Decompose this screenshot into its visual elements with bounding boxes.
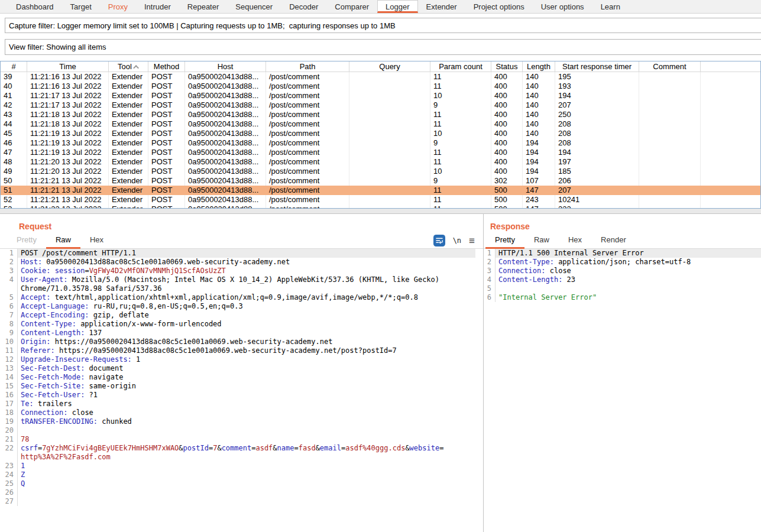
table-row-44[interactable]: 4411:21:18 13 Jul 2022ExtenderPOST0a9500… — [1, 119, 760, 129]
line-content: HTTP/1.1 500 Internal Server Error — [496, 249, 761, 258]
main-tab-extender[interactable]: Extender — [418, 0, 465, 13]
response-tab-raw[interactable]: Raw — [533, 233, 550, 248]
horizontal-splitter[interactable] — [0, 209, 761, 213]
table-cell: 0a9500020413d88... — [185, 91, 266, 100]
table-cell: 0a9500020413d88... — [185, 157, 266, 167]
column-header-comment[interactable]: Comment — [639, 61, 701, 72]
column-header-path[interactable]: Path — [266, 61, 349, 72]
column-header-status[interactable]: Status — [491, 61, 523, 72]
syntax-segment: asdf%40ggg.cds — [345, 444, 405, 452]
line-content: Host: 0a9500020413d88ac08c5c1e001a0069.w… — [18, 258, 475, 267]
syntax-segment: & — [273, 444, 277, 452]
table-row-42[interactable]: 4211:21:17 13 Jul 2022ExtenderPOST0a9500… — [1, 100, 760, 110]
syntax-segment: trailers — [34, 400, 72, 408]
request-tab-hex[interactable]: Hex — [89, 233, 105, 248]
line-number: 9 — [0, 329, 18, 338]
main-tab-target[interactable]: Target — [62, 0, 100, 13]
column-header-host[interactable]: Host — [185, 61, 266, 72]
view-filter-bar[interactable]: View filter: Showing all items — [5, 39, 761, 55]
table-row-51[interactable]: 5111:21:21 13 Jul 2022ExtenderPOST0a9500… — [1, 186, 760, 195]
syntax-segment: postId — [183, 444, 209, 452]
table-row-41[interactable]: 4111:21:17 13 Jul 2022ExtenderPOST0a9500… — [1, 91, 760, 100]
table-row-39[interactable]: 3911:21:16 13 Jul 2022ExtenderPOST0a9500… — [1, 72, 760, 82]
editor-line: 2Host: 0a9500020413d88ac08c5c1e001a0069.… — [0, 258, 483, 267]
table-row-40[interactable]: 4011:21:16 13 Jul 2022ExtenderPOST0a9500… — [1, 82, 760, 91]
table-cell: 44 — [1, 119, 27, 129]
syntax-segment: Origin: — [21, 338, 51, 346]
table-cell: 0a9500020413d88... — [185, 72, 266, 82]
line-number: 1 — [484, 249, 496, 258]
main-tab-proxy[interactable]: Proxy — [100, 0, 136, 13]
main-tab-sequencer[interactable]: Sequencer — [227, 0, 281, 13]
table-cell: 194 — [523, 157, 555, 167]
table-cell: 45 — [1, 129, 27, 138]
table-cell: Extender — [109, 148, 148, 157]
response-tab-render[interactable]: Render — [600, 233, 627, 248]
capture-filter-bar[interactable]: Capture filter: Logger memory limit set … — [5, 18, 761, 33]
main-tab-decoder[interactable]: Decoder — [281, 0, 326, 13]
table-row-43[interactable]: 4311:21:18 13 Jul 2022ExtenderPOST0a9500… — [1, 110, 760, 119]
view-filter-text: View filter: Showing all items — [9, 43, 106, 51]
editor-line: 13Sec-Fetch-Dest: document — [0, 364, 483, 373]
table-row-46[interactable]: 4611:21:19 13 Jul 2022ExtenderPOST0a9500… — [1, 138, 760, 148]
main-tab-learn[interactable]: Learn — [592, 0, 629, 13]
table-cell: 0a9500020413d88... — [185, 100, 266, 110]
table-row-50[interactable]: 5011:21:21 13 Jul 2022ExtenderPOST0a9500… — [1, 176, 760, 186]
request-tab-raw[interactable]: Raw — [54, 233, 72, 248]
response-tab-hex[interactable]: Hex — [567, 233, 583, 248]
column-header-time[interactable]: Time — [27, 61, 109, 72]
editor-menu-icon[interactable]: ≡ — [469, 236, 475, 246]
main-tab-project-options[interactable]: Project options — [465, 0, 533, 13]
table-cell: 194 — [523, 167, 555, 176]
response-tab-pretty[interactable]: Pretty — [494, 233, 516, 248]
main-tab-intruder[interactable]: Intruder — [136, 0, 179, 13]
editor-line: 4Content-Length: 23 — [484, 275, 761, 284]
table-row-52[interactable]: 5211:21:21 13 Jul 2022ExtenderPOST0a9500… — [1, 195, 760, 205]
syntax-segment: Content-Type: — [21, 320, 76, 328]
table-cell: 243 — [523, 195, 555, 205]
column-header--[interactable]: # — [1, 61, 27, 72]
editor-line: 26 — [0, 488, 483, 497]
logger-table[interactable]: #TimeToolMethodHostPathQueryParam countS… — [0, 61, 761, 209]
table-row-49[interactable]: 4911:21:20 13 Jul 2022ExtenderPOST0a9500… — [1, 167, 760, 176]
line-content — [18, 426, 475, 435]
table-cell: 400 — [491, 82, 523, 91]
editor-line: 231 — [0, 462, 483, 471]
table-cell: 39 — [1, 72, 27, 82]
line-number: 11 — [0, 346, 18, 355]
column-header-tool[interactable]: Tool — [109, 61, 148, 72]
table-row-48[interactable]: 4811:21:20 13 Jul 2022ExtenderPOST0a9500… — [1, 157, 760, 167]
table-cell — [349, 205, 430, 208]
main-tab-user-options[interactable]: User options — [533, 0, 592, 13]
main-tab-dashboard[interactable]: Dashboard — [8, 0, 62, 13]
column-header-query[interactable]: Query — [349, 61, 430, 72]
table-cell: POST — [148, 91, 185, 100]
table-cell: POST — [148, 205, 185, 208]
table-cell: 11:21:21 13 Jul 2022 — [27, 195, 109, 205]
editor-line: 25Q — [0, 479, 483, 488]
column-header-label: Query — [379, 62, 400, 71]
table-cell — [349, 186, 430, 195]
table-cell: 0a9500020413d88... — [185, 110, 266, 119]
request-tab-pretty[interactable]: Pretty — [15, 233, 38, 248]
response-editor[interactable]: 1HTTP/1.1 500 Internal Server Error2Cont… — [484, 249, 761, 302]
table-row-47[interactable]: 4711:21:19 13 Jul 2022ExtenderPOST0a9500… — [1, 148, 760, 157]
show-newlines-button[interactable]: \n — [453, 236, 461, 245]
main-tab-comparer[interactable]: Comparer — [326, 0, 377, 13]
main-tab-repeater[interactable]: Repeater — [179, 0, 227, 13]
syntax-segment: Sec-Fetch-Site: — [21, 382, 85, 390]
syntax-segment: HTTP/1.1 500 Internal Server Error — [498, 249, 644, 257]
logger-table-body: 3911:21:16 13 Jul 2022ExtenderPOST0a9500… — [1, 72, 760, 208]
request-editor[interactable]: 1POST /post/comment HTTP/1.12Host: 0a950… — [0, 249, 483, 506]
syntax-segment: ru-RU,ru;q=0.8,en-US;q=0.5,en;q=0.3 — [89, 302, 243, 310]
table-row-45[interactable]: 4511:21:19 13 Jul 2022ExtenderPOST0a9500… — [1, 129, 760, 138]
column-header-start-response-timer[interactable]: Start response timer — [555, 61, 639, 72]
prettify-settings-button[interactable] — [433, 235, 445, 246]
main-tab-logger[interactable]: Logger — [377, 0, 417, 13]
line-number: 26 — [0, 488, 18, 497]
column-header-method[interactable]: Method — [148, 61, 185, 72]
table-row-53[interactable]: 5311:21:22 13 Jul 2022ExtenderPOST0a9500… — [1, 205, 760, 208]
column-header-length[interactable]: Length — [523, 61, 555, 72]
syntax-segment: Sec-Fetch-Dest: — [21, 364, 85, 372]
column-header-param-count[interactable]: Param count — [430, 61, 491, 72]
